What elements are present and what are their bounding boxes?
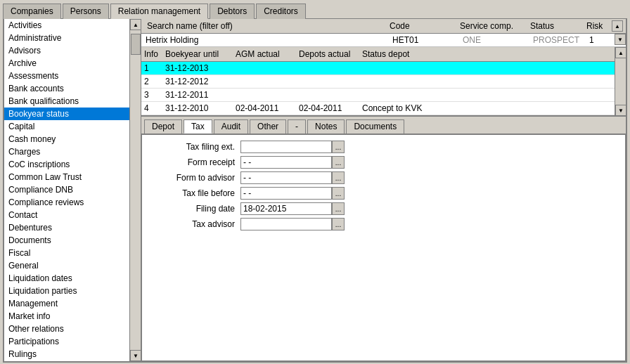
- sidebar-item-documents[interactable]: Documents: [4, 234, 129, 247]
- sidebar-item-bank-accounts[interactable]: Bank accounts: [4, 82, 129, 95]
- sidebar-scrollbar: ▲ ▼: [129, 19, 141, 361]
- browse-btn-tax-advisor[interactable]: ...: [332, 218, 345, 230]
- content-tab-audit[interactable]: Audit: [214, 119, 248, 134]
- row-agm: [233, 62, 296, 74]
- right-scroll-up[interactable]: ▲: [612, 20, 623, 32]
- form-input-filing-date[interactable]: [240, 202, 332, 215]
- browse-btn-tax-filing-ext[interactable]: ...: [332, 141, 345, 153]
- sidebar-item-liquidation-parties[interactable]: Liquidation parties: [4, 285, 129, 297]
- row-status-depot: [359, 89, 451, 101]
- status-header: Status: [527, 20, 584, 32]
- code-header: Code: [387, 20, 457, 32]
- sidebar-item-participations[interactable]: Participations: [4, 335, 129, 348]
- bookyear-rows: 1 31-12-2013 2 31-12-2012 3 31-12-2011 4…: [141, 62, 615, 116]
- form-input-wrapper-form-receipt: ...: [240, 156, 345, 169]
- sidebar-item-assessments[interactable]: Assessments: [4, 70, 129, 82]
- sidebar-item-liquidation-dates[interactable]: Liquidation dates: [4, 272, 129, 285]
- row-info: 2: [141, 75, 162, 88]
- sidebar-item-activities[interactable]: Activities: [4, 19, 129, 32]
- form-label-tax-advisor: Tax advisor: [149, 219, 240, 229]
- sidebar-item-charges[interactable]: Charges: [4, 145, 129, 158]
- form-label-tax-file-before: Tax file before: [149, 188, 240, 198]
- content-tab-depot[interactable]: Depot: [144, 119, 182, 134]
- company-status: PROSPECT: [530, 34, 586, 46]
- form-input-tax-advisor[interactable]: [240, 218, 332, 230]
- table-scroll-track: [615, 58, 626, 105]
- browse-btn-form-to-advisor[interactable]: ...: [332, 171, 345, 184]
- row-agm: 02-04-2011: [233, 102, 296, 115]
- form-input-form-to-advisor[interactable]: [240, 171, 332, 184]
- browse-btn-filing-date[interactable]: ...: [332, 202, 345, 215]
- form-row-tax-file-before: Tax file before ...: [142, 187, 625, 200]
- sidebar-item-coc-inscriptions[interactable]: CoC inscriptions: [4, 158, 129, 171]
- col-status-depot: Status depot: [359, 48, 451, 60]
- form-input-form-receipt[interactable]: [240, 156, 332, 169]
- form-input-wrapper-tax-filing-ext: ...: [240, 141, 345, 153]
- sidebar-item-rulings[interactable]: Rulings: [4, 348, 129, 360]
- tab-relation-management[interactable]: Relation management: [110, 4, 208, 19]
- sidebar-item-compliance-dnb[interactable]: Compliance DNB: [4, 183, 129, 196]
- sidebar-list: ActivitiesAdministrativeAdvisorsArchiveA…: [4, 19, 141, 361]
- company-name: Hetrix Holding: [141, 34, 390, 46]
- content-tab--[interactable]: -: [288, 119, 306, 134]
- sidebar-item-administrative[interactable]: Administrative: [4, 32, 129, 44]
- sidebar-item-advisors[interactable]: Advisors: [4, 44, 129, 57]
- row-info: 3: [141, 89, 162, 101]
- sidebar-item-cash-money[interactable]: Cash money: [4, 133, 129, 145]
- scroll-up-btn[interactable]: ▲: [130, 19, 141, 30]
- tab-creditors[interactable]: Creditors: [256, 4, 306, 19]
- right-scroll-down[interactable]: ▼: [615, 34, 626, 45]
- tab-companies[interactable]: Companies: [3, 4, 61, 19]
- sidebar-item-compliance-reviews[interactable]: Compliance reviews: [4, 196, 129, 209]
- table-row-1[interactable]: 1 31-12-2013: [141, 62, 615, 75]
- sidebar-item-common-law-trust[interactable]: Common Law Trust: [4, 171, 129, 183]
- sidebar-item-fiscal[interactable]: Fiscal: [4, 247, 129, 259]
- row-status-depot: [359, 75, 451, 88]
- scroll-thumb[interactable]: [131, 34, 141, 55]
- form-fields: Tax filing ext. ... Form receipt ... For…: [142, 135, 625, 360]
- bookyear-table-section: Info Boekyear until AGM actual Depots ac…: [141, 47, 626, 116]
- row-bookyear: 31-12-2012: [162, 75, 233, 88]
- row-depots: 02-04-2011: [296, 102, 359, 115]
- form-row-filing-date: Filing date ...: [142, 202, 625, 215]
- top-tab-bar: Companies Persons Relation management De…: [0, 0, 630, 18]
- content-area: Search name (filter off) Code Service co…: [141, 19, 626, 361]
- content-tab-other[interactable]: Other: [250, 119, 286, 134]
- table-scrollbar: ▲ ▼: [615, 47, 626, 116]
- col-depots: Depots actual: [296, 48, 359, 60]
- form-input-tax-file-before[interactable]: [240, 187, 332, 200]
- sidebar-item-services-and-fees[interactable]: Services and fees: [4, 360, 129, 361]
- sidebar-item-bookyear-status[interactable]: Bookyear status: [4, 108, 129, 120]
- sidebar: ActivitiesAdministrativeAdvisorsArchiveA…: [4, 19, 141, 361]
- table-row-3[interactable]: 3 31-12-2011: [141, 89, 615, 102]
- sidebar-item-debentures[interactable]: Debentures: [4, 221, 129, 234]
- table-scroll: Info Boekyear until AGM actual Depots ac…: [141, 47, 615, 116]
- table-scroll-down[interactable]: ▼: [615, 105, 626, 116]
- content-tab-notes[interactable]: Notes: [307, 119, 345, 134]
- tab-debtors[interactable]: Debtors: [210, 4, 255, 19]
- browse-btn-tax-file-before[interactable]: ...: [332, 187, 345, 200]
- form-input-wrapper-filing-date: ...: [240, 202, 345, 215]
- table-scroll-up[interactable]: ▲: [615, 47, 626, 58]
- table-row-4[interactable]: 4 31-12-2010 02-04-2011 02-04-2011 Conce…: [141, 102, 615, 115]
- content-tab-documents[interactable]: Documents: [346, 119, 404, 134]
- form-label-form-receipt: Form receipt: [149, 157, 240, 167]
- browse-btn-form-receipt[interactable]: ...: [332, 156, 345, 169]
- content-tab-tax[interactable]: Tax: [184, 119, 212, 134]
- table-row-2[interactable]: 2 31-12-2012: [141, 75, 615, 89]
- col-bookyear: Boekyear until: [162, 48, 233, 60]
- sidebar-item-other-relations[interactable]: Other relations: [4, 323, 129, 335]
- sidebar-item-capital[interactable]: Capital: [4, 120, 129, 133]
- sidebar-item-market-info[interactable]: Market info: [4, 310, 129, 323]
- sidebar-item-bank-qualifications[interactable]: Bank qualifications: [4, 95, 129, 108]
- search-bar: Search name (filter off) Code Service co…: [141, 19, 626, 34]
- scroll-down-btn[interactable]: ▼: [130, 350, 141, 361]
- sidebar-item-archive[interactable]: Archive: [4, 57, 129, 70]
- form-input-tax-filing-ext[interactable]: [240, 141, 332, 153]
- sidebar-item-contact[interactable]: Contact: [4, 209, 129, 221]
- sidebar-item-general[interactable]: General: [4, 259, 129, 272]
- tab-persons[interactable]: Persons: [63, 4, 109, 19]
- form-section: Tax filing ext. ... Form receipt ... For…: [141, 134, 626, 361]
- company-row[interactable]: Hetrix Holding HET01 ONE PROSPECT 1 ▼: [141, 34, 626, 47]
- sidebar-item-management[interactable]: Management: [4, 297, 129, 310]
